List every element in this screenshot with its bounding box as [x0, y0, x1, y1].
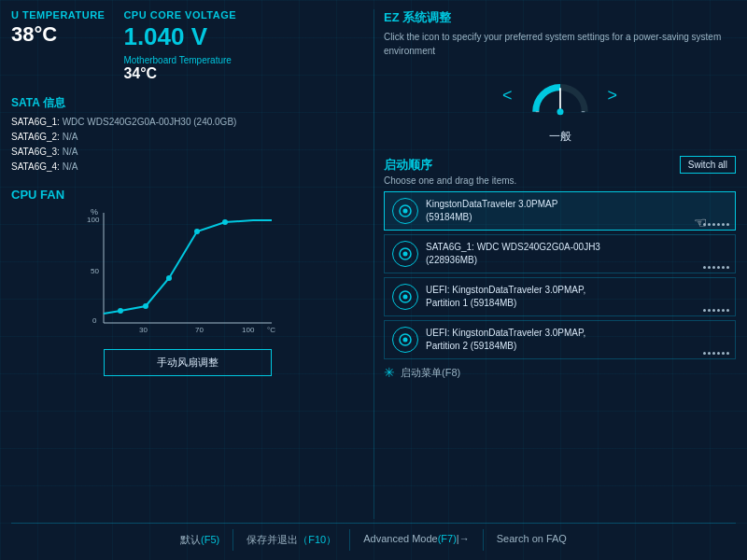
ez-description: Click the icon to specify your preferred…	[384, 30, 736, 58]
ez-title: EZ 系统调整	[384, 9, 736, 26]
cpu-voltage-value: 1.040 V	[123, 22, 236, 51]
fan-manual-button[interactable]: 手动风扇调整	[104, 349, 272, 376]
sata-title: SATA 信息	[11, 95, 364, 111]
boot-item-4-text: UEFI: KingstonDataTraveler 3.0PMAP, Part…	[426, 327, 585, 353]
boot-item-1-drag	[703, 223, 729, 226]
sata-item-2: SATA6G_2: N/A	[11, 130, 364, 145]
cpu-temp-label: U Temperature	[11, 9, 105, 21]
ez-prev-button[interactable]: <	[502, 86, 513, 105]
fan-section: CPU FAN % 100 50 0 30 70 100 °C	[11, 188, 364, 376]
boot-header: 启动顺序 Switch all	[384, 156, 736, 174]
footer-default[interactable]: 默认(F5)	[167, 529, 233, 551]
svg-point-24	[403, 295, 408, 300]
svg-point-20	[403, 209, 408, 214]
footer-advanced-mode[interactable]: Advanced Mode(F7)|→	[350, 529, 484, 551]
ez-gauge-row: < >	[384, 65, 736, 125]
svg-text:50: 50	[91, 267, 99, 275]
ez-next-button[interactable]: >	[608, 86, 618, 105]
boot-item-2-drag	[703, 266, 729, 269]
cpu-voltage-label: CPU Core Voltage	[123, 9, 236, 21]
switch-all-button[interactable]: Switch all	[680, 156, 736, 174]
boot-item-4[interactable]: UEFI: KingstonDataTraveler 3.0PMAP, Part…	[384, 320, 736, 359]
ez-gauge	[528, 65, 593, 125]
fan-title: CPU FAN	[11, 188, 364, 202]
mb-temp-label: Motherboard Temperature	[123, 55, 236, 65]
ez-section: EZ 系统调整 Click the icon to specify your p…	[384, 9, 736, 145]
cpu-voltage-block: CPU Core Voltage 1.040 V Motherboard Tem…	[123, 9, 236, 82]
boot-item-3-text: UEFI: KingstonDataTraveler 3.0PMAP, Part…	[426, 284, 585, 310]
mb-temp-value: 34°C	[123, 65, 236, 82]
boot-section: 启动顺序 Switch all Choose one and drag the …	[384, 156, 736, 380]
svg-text:70: 70	[195, 326, 204, 334]
svg-text:30: 30	[139, 326, 148, 334]
boot-item-2-icon	[392, 241, 418, 267]
boot-item-4-drag	[703, 352, 729, 355]
boot-item-2[interactable]: SATA6G_1: WDC WDS240G2G0A-00JH3 (228936M…	[384, 234, 736, 273]
boot-item-2-text: SATA6G_1: WDC WDS240G2G0A-00JH3 (228936M…	[426, 241, 600, 267]
asterisk-icon: ✳	[384, 365, 395, 380]
footer-save-exit[interactable]: 保存并退出（F10）	[233, 529, 350, 551]
sata-item-4: SATA6G_4: N/A	[11, 160, 364, 175]
svg-point-16	[557, 108, 563, 115]
fan-chart: % 100 50 0 30 70 100 °C	[11, 203, 364, 343]
boot-item-3-icon	[392, 284, 418, 310]
svg-text:°C: °C	[267, 326, 275, 334]
svg-text:0: 0	[92, 316, 97, 325]
boot-title: 启动顺序	[384, 157, 432, 174]
svg-point-11	[143, 303, 148, 309]
boot-item-3-drag	[703, 309, 729, 312]
svg-point-14	[222, 219, 228, 225]
right-column: EZ 系统调整 Click the icon to specify your p…	[374, 9, 736, 519]
mb-temp-block: Motherboard Temperature 34°C	[123, 55, 236, 82]
left-column: U Temperature 38°C CPU Core Voltage 1.04…	[11, 9, 374, 519]
svg-point-10	[118, 308, 123, 314]
boot-menu-text: 启动菜单(F8)	[401, 366, 460, 380]
svg-point-12	[166, 275, 172, 281]
boot-item-1[interactable]: KingstonDataTraveler 3.0PMAP (59184MB) ☜	[384, 191, 736, 231]
svg-point-26	[403, 338, 408, 343]
boot-menu-link[interactable]: ✳ 启动菜单(F8)	[384, 365, 736, 380]
ez-mode-label: 一般	[384, 129, 736, 145]
boot-item-1-text: KingstonDataTraveler 3.0PMAP (59184MB)	[426, 198, 557, 224]
svg-text:100: 100	[87, 216, 100, 224]
sata-item-1: SATA6G_1: WDC WDS240G2G0A-00JH30 (240.0G…	[11, 115, 364, 130]
svg-text:100: 100	[242, 326, 255, 334]
temp-section: U Temperature 38°C CPU Core Voltage 1.04…	[11, 9, 364, 82]
boot-subtitle: Choose one and drag the items.	[384, 175, 736, 186]
boot-item-3[interactable]: UEFI: KingstonDataTraveler 3.0PMAP, Part…	[384, 277, 736, 316]
boot-item-4-icon	[392, 327, 418, 353]
cpu-temp-value: 38°C	[11, 22, 105, 47]
sata-item-3: SATA6G_3: N/A	[11, 145, 364, 160]
svg-point-22	[403, 252, 408, 257]
footer-search-faq[interactable]: Search on FAQ	[484, 529, 580, 551]
boot-item-1-icon	[392, 198, 418, 224]
sata-section: SATA 信息 SATA6G_1: WDC WDS240G2G0A-00JH30…	[11, 95, 364, 175]
svg-point-13	[194, 229, 200, 234]
cpu-temp-block: U Temperature 38°C	[11, 9, 105, 47]
footer: 默认(F5) 保存并退出（F10） Advanced Mode(F7)|→ Se…	[11, 523, 736, 551]
